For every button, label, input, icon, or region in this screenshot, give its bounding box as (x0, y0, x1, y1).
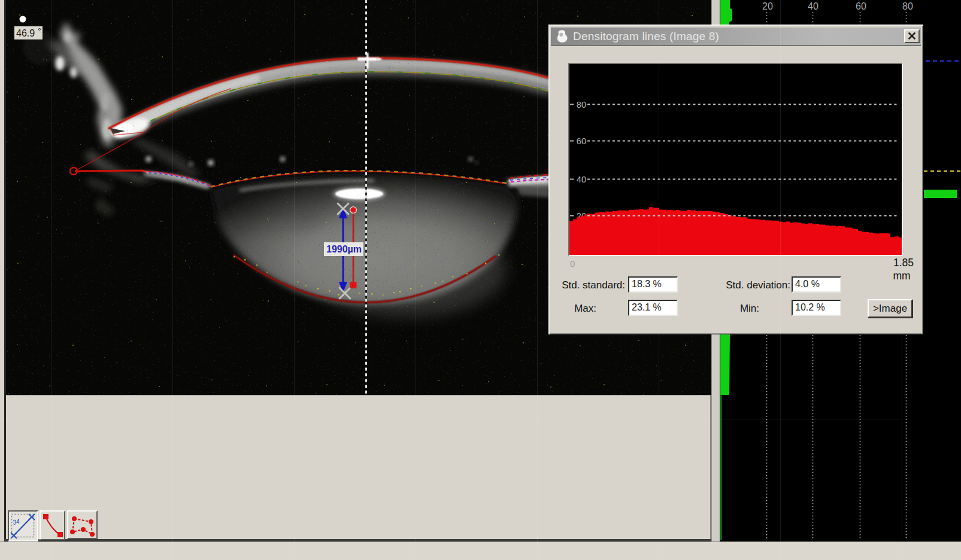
svg-text:60: 60 (856, 1, 866, 11)
svg-text:40: 40 (577, 175, 586, 184)
svg-text:20: 20 (762, 1, 773, 11)
svg-text:80: 80 (902, 1, 913, 11)
svg-text:80: 80 (577, 100, 586, 109)
svg-text:60: 60 (577, 136, 586, 146)
svg-text:34: 34 (11, 518, 20, 526)
svg-text:40: 40 (808, 1, 818, 11)
